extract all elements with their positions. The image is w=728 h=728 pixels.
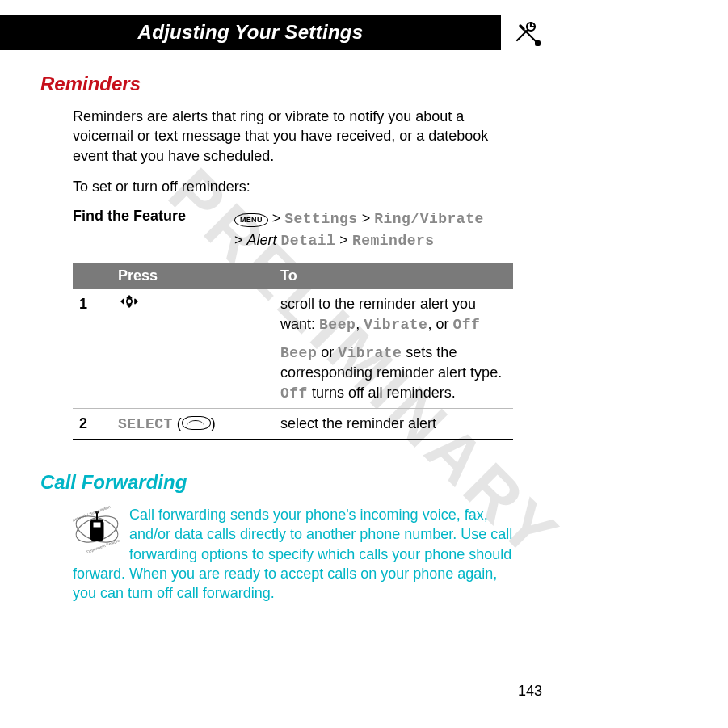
call-forwarding-body: Network / Subscription Dependent Feature… — [73, 505, 517, 603]
nav-key-icon — [118, 294, 141, 314]
row-press — [112, 289, 274, 407]
row-to: scroll to the reminder alert you want: B… — [274, 289, 513, 407]
path-gt: > — [335, 232, 352, 248]
network-feature-icon: Network / Subscription Dependent Feature — [73, 505, 121, 553]
to-text: or — [317, 344, 338, 360]
table-header: Press To — [73, 263, 513, 289]
paren: ) — [211, 415, 216, 431]
svg-point-2 — [127, 299, 132, 304]
svg-text:Dependent Feature: Dependent Feature — [86, 538, 120, 554]
reminders-heading: Reminders — [40, 73, 517, 95]
find-the-feature: Find the Feature MENU > Settings > Ring/… — [73, 208, 517, 251]
row-number: 2 — [73, 409, 112, 439]
procedure-table: Press To 1 — [73, 263, 513, 440]
option-vibrate: Vibrate — [338, 345, 402, 361]
content: Reminders Reminders are alerts that ring… — [40, 73, 517, 604]
tools-icon — [509, 15, 545, 50]
row-to: select the reminder alert — [274, 409, 513, 439]
select-label: SELECT — [118, 416, 173, 432]
menu-key-icon: MENU — [234, 213, 268, 227]
call-forwarding-text: Call forwarding sends your phone's incom… — [73, 507, 512, 601]
row-press: SELECT () — [112, 409, 274, 439]
svg-rect-1 — [535, 40, 541, 46]
find-the-feature-label: Find the Feature — [73, 208, 234, 251]
svg-rect-6 — [93, 522, 101, 528]
reminders-intro: Reminders are alerts that ring or vibrat… — [73, 107, 517, 166]
page: Adjusting Your Settings PRELIMINARY Remi… — [0, 0, 728, 728]
header-title: Adjusting Your Settings — [138, 21, 364, 44]
option-beep: Beep — [319, 317, 356, 333]
paren: ( — [173, 415, 182, 431]
path-alert: Alert — [247, 232, 277, 248]
path-gt: > — [268, 210, 285, 226]
to-sep: , or — [427, 316, 452, 332]
to-text: select the reminder alert — [280, 414, 507, 433]
table-head-press: Press — [112, 263, 274, 289]
path-ring-vibrate: Ring/Vibrate — [374, 211, 484, 227]
reminders-lead: To set or turn off reminders: — [73, 177, 517, 196]
path-reminders: Reminders — [352, 233, 435, 249]
table-row: 1 — [73, 289, 513, 408]
soft-key-icon — [182, 416, 211, 430]
option-beep: Beep — [280, 345, 317, 361]
path-gt: > — [358, 210, 375, 226]
find-the-feature-path: MENU > Settings > Ring/Vibrate > Alert D… — [234, 208, 484, 251]
row-number: 1 — [73, 289, 112, 407]
page-number: 143 — [518, 683, 542, 700]
path-gt: > — [234, 232, 247, 248]
header-bar: Adjusting Your Settings — [0, 15, 501, 50]
option-off: Off — [452, 317, 480, 333]
option-off: Off — [280, 385, 308, 402]
to-text: turns off all reminders. — [308, 385, 456, 401]
call-forwarding-heading: Call Forwarding — [40, 471, 517, 494]
table-row: 2 SELECT () select the reminder alert — [73, 409, 513, 440]
to-sep: , — [356, 316, 364, 332]
path-settings: Settings — [284, 211, 357, 227]
table-head-to: To — [274, 263, 513, 289]
option-vibrate: Vibrate — [364, 317, 427, 333]
path-detail: Detail — [281, 233, 336, 249]
